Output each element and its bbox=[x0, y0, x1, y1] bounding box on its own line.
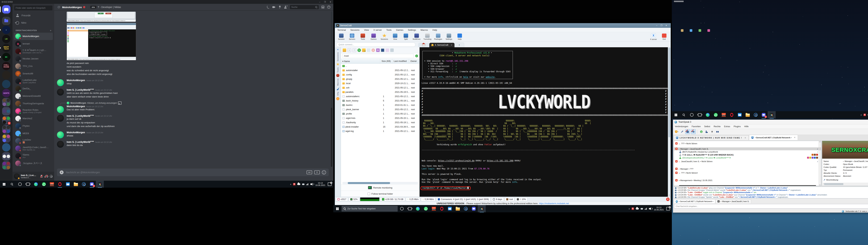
file-row[interactable]: .ssh2021-05-12 1...root bbox=[341, 85, 420, 90]
gif-picker-icon[interactable]: GIF bbox=[307, 170, 312, 174]
server-icon[interactable] bbox=[2, 71, 10, 79]
dm-item[interactable]: MEE6 bbox=[14, 130, 53, 137]
close-icon[interactable]: ✕ bbox=[665, 24, 667, 27]
chat-scrollbar[interactable] bbox=[331, 11, 332, 167]
menu-item[interactable]: Extras bbox=[724, 125, 730, 128]
edge-icon[interactable] bbox=[704, 111, 712, 118]
toolbar-button-multiexec[interactable]: MultiExec bbox=[411, 33, 422, 40]
server-folder-group[interactable] bbox=[2, 152, 10, 161]
task-view-button[interactable] bbox=[696, 111, 704, 118]
server-icon[interactable]: NIGHT TECH bbox=[2, 44, 10, 52]
minimize-icon[interactable]: – bbox=[319, 1, 320, 3]
edge-icon[interactable] bbox=[414, 205, 422, 212]
menu-item[interactable]: Favoriten bbox=[692, 125, 701, 128]
server-folder-group[interactable] bbox=[2, 107, 10, 115]
menu-item[interactable]: Sessions bbox=[350, 29, 360, 31]
menu-item[interactable]: Help bbox=[432, 29, 437, 31]
voicemeeter-icon[interactable]: VOICEMEETER bbox=[720, 111, 728, 118]
path-ok-icon[interactable]: ✔ bbox=[415, 55, 418, 57]
column-header[interactable]: Last modified bbox=[392, 59, 409, 63]
toolbar-button-packages[interactable]: Packages bbox=[433, 33, 443, 40]
voicemeeter-icon[interactable]: VOICEMEETER bbox=[48, 181, 56, 188]
upload-icon[interactable] bbox=[352, 48, 356, 52]
file-row[interactable]: parallels2021-05-19 0...root bbox=[341, 90, 420, 94]
pinned-messages-icon[interactable] bbox=[278, 5, 282, 9]
wand-icon[interactable] bbox=[385, 49, 389, 52]
mail-icon[interactable] bbox=[64, 181, 72, 188]
start-button[interactable] bbox=[0, 181, 8, 188]
channel-row[interactable]: ∟ ??? • Nicht Stören bbox=[674, 142, 821, 145]
taskbar-clock[interactable]: 15:1319.05.2021 bbox=[653, 207, 664, 211]
start-button[interactable] bbox=[333, 205, 341, 212]
action-center-icon[interactable]: 5 bbox=[666, 207, 670, 211]
follow-terminal-folder[interactable]: Follow terminal folder bbox=[341, 191, 420, 197]
delete-icon[interactable] bbox=[372, 49, 375, 52]
server-tab[interactable]: LVCKYWORLD X NETWORK | NUR WIR SIND FAME… bbox=[674, 135, 749, 140]
toolbar-button-view[interactable]: View bbox=[390, 33, 401, 40]
ssh-terminal[interactable]: • MobaXterm Professional v21.0 • (SSH cl… bbox=[420, 47, 671, 197]
mail-icon[interactable] bbox=[446, 205, 454, 212]
menu-item[interactable]: Settings bbox=[408, 29, 416, 31]
user-settings-gear-icon[interactable] bbox=[50, 175, 53, 178]
dm-item[interactable]: !Sems𝔞𝔣𝔰𝔳 bbox=[14, 152, 53, 160]
menu-item[interactable]: Verbindungen bbox=[675, 125, 688, 128]
attachment-image[interactable]: Pre-authentication banner message from s… bbox=[67, 23, 136, 60]
deafen-icon[interactable] bbox=[44, 174, 48, 178]
dm-item[interactable]: MelonenEistee69 bbox=[14, 92, 53, 100]
file-row[interactable]: .Xauthority12021-05-19 1...root bbox=[341, 120, 420, 125]
maximize-icon[interactable]: ❐ bbox=[324, 1, 326, 3]
dm-item[interactable]: MarchioZ bbox=[14, 115, 53, 122]
preview-icon[interactable] bbox=[390, 49, 394, 52]
menu-item[interactable]: Hilfe bbox=[744, 125, 749, 128]
avatar[interactable] bbox=[57, 79, 64, 86]
whatsapp-icon[interactable] bbox=[40, 181, 48, 188]
whatsapp-icon[interactable] bbox=[422, 205, 430, 212]
toolbar-button-exit[interactable]: Exit bbox=[659, 33, 670, 40]
mobaxterm-taskbar-icon[interactable] bbox=[768, 111, 776, 118]
file-row[interactable]: .wget-hsts12021-05-15 1...root bbox=[341, 116, 420, 120]
file-row[interactable]: .. bbox=[341, 64, 420, 68]
server-folder[interactable] bbox=[2, 17, 10, 25]
edit-identity-button[interactable] bbox=[680, 130, 684, 134]
mute-mic-icon[interactable] bbox=[39, 174, 43, 178]
message-input[interactable]: + Nachricht an @MoinAmMorgen GIF ☰ bbox=[57, 168, 329, 176]
terminal-scrollbar[interactable] bbox=[668, 47, 671, 197]
file-row[interactable]: .autoinstallerrc12021-05-12 2...root bbox=[341, 94, 420, 99]
toolbar-button-split[interactable]: Split bbox=[401, 33, 411, 40]
remote-monitoring-button[interactable]: Remote monitoring bbox=[341, 185, 420, 191]
cortana-button[interactable] bbox=[398, 205, 406, 212]
mute-speakers-button[interactable]: ▾ bbox=[691, 129, 696, 134]
whatsapp-icon[interactable] bbox=[712, 111, 720, 118]
home-tab[interactable] bbox=[418, 43, 429, 47]
dm-item[interactable]: !! ♔ ♥ ไยнคร.ıร | ЦО…Developer | Dm me f… bbox=[14, 48, 53, 55]
avatar[interactable] bbox=[57, 131, 64, 138]
app-icon[interactable] bbox=[752, 111, 760, 118]
avatar[interactable] bbox=[57, 89, 64, 96]
toolbar-button-servers[interactable]: Servers bbox=[347, 33, 358, 40]
search-button[interactable] bbox=[680, 111, 688, 118]
task-view-button[interactable] bbox=[406, 205, 414, 212]
create-dm-icon[interactable]: + bbox=[50, 29, 51, 32]
reply-context[interactable]: MoinAmMorgenKlicken, um Anhang anzuzeige… bbox=[67, 102, 331, 105]
opera-icon[interactable] bbox=[56, 181, 64, 188]
dm-item[interactable]: DerDa_ bbox=[14, 85, 53, 92]
message-author[interactable]: MoinAmMorgen bbox=[67, 105, 85, 108]
column-header[interactable]: Owner bbox=[409, 59, 419, 63]
tab-sessions[interactable]: Sessions bbox=[337, 52, 339, 61]
toolbar-button-session[interactable]: Session bbox=[336, 33, 347, 40]
toolbar-button-tunneling[interactable]: Tunneling bbox=[422, 33, 433, 40]
opera-icon[interactable] bbox=[728, 111, 736, 118]
message-author[interactable]: Iven S. | LvckyWorldcrew bbox=[67, 140, 94, 143]
voicemeeter-icon[interactable]: VOICEMEETER bbox=[430, 205, 438, 212]
server-banner-image[interactable]: SERNOXCRAFT bbox=[822, 141, 868, 159]
column-header[interactable]: ▾ Name bbox=[341, 59, 380, 63]
new-tab-button[interactable]: + bbox=[455, 43, 464, 47]
file-explorer-icon[interactable] bbox=[72, 181, 80, 188]
server-icon[interactable]: CHILL ROOM bbox=[2, 62, 10, 70]
file-row[interactable]: .profile12021-05-12 1...root bbox=[341, 112, 420, 116]
server-tab[interactable]: • SernoxCraft.NET | CityBuild Netzwerk •… bbox=[749, 135, 798, 140]
emoji-picker-icon[interactable] bbox=[322, 170, 326, 174]
nav-friends[interactable]: Freunde bbox=[14, 12, 53, 19]
file-row[interactable]: plesk-installer152021-03-26 0...root bbox=[341, 125, 420, 129]
discord-taskbar-icon[interactable]: 1 bbox=[88, 181, 96, 188]
